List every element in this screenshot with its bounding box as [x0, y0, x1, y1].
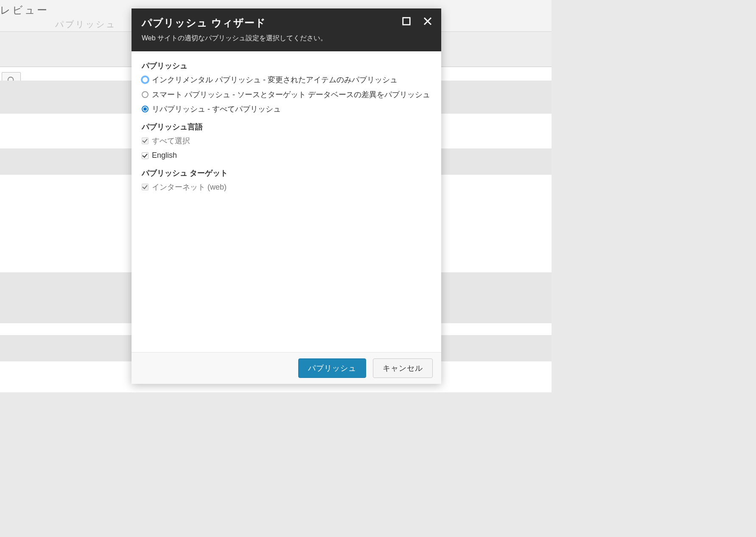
radio-label: スマート パブリッシュ - ソースとターゲット データベースの差異をパブリッシュ	[152, 88, 430, 101]
checkbox-label: インターネット (web)	[152, 181, 227, 194]
checkbox-label: すべて選択	[152, 134, 190, 148]
checkbox-icon	[142, 137, 148, 144]
dialog-title: パブリッシュ ウィザード	[142, 16, 431, 30]
svg-rect-2	[403, 17, 410, 25]
cancel-button[interactable]: キャンセル	[373, 358, 433, 378]
section-title-language: パブリッシュ言語	[142, 122, 431, 132]
radio-label: リパブリッシュ - すべてパブリッシュ	[152, 103, 281, 116]
checkbox-target-internet[interactable]: インターネット (web)	[142, 181, 431, 194]
dialog-subtitle: Web サイトの適切なパブリッシュ設定を選択してください。	[142, 34, 431, 43]
section-title-target: パブリッシュ ターゲット	[142, 168, 431, 178]
checkbox-language-english[interactable]: English	[142, 149, 431, 162]
checkbox-select-all-languages[interactable]: すべて選択	[142, 134, 431, 148]
dialog-header: パブリッシュ ウィザード Web サイトの適切なパブリッシュ設定を選択してくださ…	[132, 8, 441, 51]
tab-publish[interactable]: パブリッシュ	[55, 19, 116, 30]
publish-button[interactable]: パブリッシュ	[298, 358, 366, 378]
radio-smart-publish[interactable]: スマート パブリッシュ - ソースとターゲット データベースの差異をパブリッシュ	[142, 88, 431, 101]
radio-icon	[142, 76, 148, 83]
close-icon	[423, 16, 433, 28]
checkbox-icon	[142, 184, 148, 190]
checkbox-icon	[142, 152, 148, 159]
close-button[interactable]	[422, 16, 434, 28]
publish-wizard-dialog: パブリッシュ ウィザード Web サイトの適切なパブリッシュ設定を選択してくださ…	[132, 8, 441, 384]
maximize-button[interactable]	[400, 16, 412, 28]
radio-incremental-publish[interactable]: インクリメンタル パブリッシュ - 変更されたアイテムのみパブリッシュ	[142, 73, 431, 87]
radio-icon	[142, 106, 148, 112]
checkbox-label: English	[152, 149, 177, 162]
section-title-publish: パブリッシュ	[142, 61, 431, 71]
maximize-icon	[402, 17, 411, 28]
dialog-body: パブリッシュ インクリメンタル パブリッシュ - 変更されたアイテムのみパブリッ…	[132, 51, 441, 352]
radio-republish[interactable]: リパブリッシュ - すべてパブリッシュ	[142, 103, 431, 116]
page-title-fragment: レビュー	[0, 3, 49, 17]
radio-icon	[142, 91, 148, 98]
radio-label: インクリメンタル パブリッシュ - 変更されたアイテムのみパブリッシュ	[152, 73, 398, 87]
dialog-footer: パブリッシュ キャンセル	[132, 352, 441, 384]
